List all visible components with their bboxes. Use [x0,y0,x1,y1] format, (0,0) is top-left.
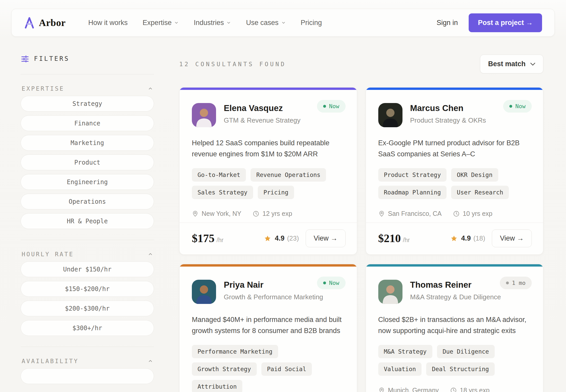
rating: 4.9(23) [264,234,299,242]
map-pin-icon [378,210,385,217]
page: Arbor How it worksExpertiseIndustriesUse… [0,0,566,392]
tag-growth-strategy: Growth Strategy [192,362,257,376]
availability-label: 1 mo [512,280,526,286]
rating-value: 4.9 [461,234,471,242]
filter-section-expertise: EXPERTISEStrategyFinanceMarketingProduct… [21,74,154,240]
view-profile-button[interactable]: View → [492,229,532,247]
sort-label: Best match [488,60,526,68]
consultant-specialty: M&A Strategy & Due Diligence [410,293,501,302]
location: San Francisco, CA [378,210,442,217]
card-identity: Elena VasquezGTM & Revenue Strategy [224,103,301,125]
tag-performance-marketing: Performance Marketing [192,345,278,358]
consultant-description: Managed $40M+ in performance media and b… [192,314,345,336]
tag-list: Performance MarketingGrowth StrategyPaid… [192,345,345,392]
avatar [192,280,216,304]
tag-valuation: Valuation [378,362,422,376]
results-header: 12 CONSULTANTS FOUND Best match [179,55,543,73]
avatar [378,103,402,127]
consultant-description: Helped 12 SaaS companies build repeatabl… [192,138,345,159]
location-text: Munich, Germany [388,387,439,392]
filter-section-header[interactable]: EXPERTISE [21,85,154,92]
experience: 18 yrs exp [450,387,490,392]
experience: 10 yrs exp [453,210,492,217]
filter-option-operations[interactable]: Operations [21,194,154,209]
price-group: $210/hr [378,232,410,245]
availability-badge: 1 mo [500,277,532,289]
filter-section-label: AVAILABILITY [22,358,79,364]
content: FILTERS EXPERTISEStrategyFinanceMarketin… [0,0,566,392]
consultant-description: Ex-Google PM turned product advisor for … [378,138,531,159]
filter-section-label: HOURLY RATE [22,251,74,258]
consultant-specialty: Growth & Performance Marketing [224,293,323,302]
status-dot-icon [506,282,509,284]
meta-row: New York, NY12 yrs exp [192,210,345,217]
consultant-specialty: Product Strategy & OKRs [410,116,486,125]
consultant-card: NowMarcus ChenProduct Strategy & OKRsEx-… [366,87,544,255]
experience-text: 10 yrs exp [463,210,492,217]
filter-option--200-300-hr[interactable]: $200-$300/hr [21,301,154,316]
clock-icon [453,210,460,217]
experience-text: 12 yrs exp [262,210,292,217]
chevron-up-icon [148,252,153,257]
tag-okr-design: OKR Design [451,168,498,182]
availability-label: Now [329,103,339,109]
card-accent-bar [366,264,543,267]
consultant-specialty: GTM & Revenue Strategy [224,116,301,125]
consultant-name: Thomas Reiner [410,280,501,290]
consultant-name: Marcus Chen [410,103,486,113]
filter-section-header[interactable]: AVAILABILITY [21,358,154,364]
results-count: 12 CONSULTANTS FOUND [179,61,286,67]
avatar [378,280,402,304]
rating-value: 4.9 [275,234,285,242]
clock-icon [450,387,457,392]
filters-header: FILTERS [21,55,154,74]
card-footer: $175/hr4.9(23)View → [179,223,357,254]
card-footer: $210/hr4.9(18)View → [366,223,543,254]
consultant-name: Elena Vasquez [224,103,301,113]
availability-badge: Now [317,100,346,113]
chevron-up-icon [148,359,153,364]
filter-option-under-150-hr[interactable]: Under $150/hr [21,261,154,277]
filter-option-product[interactable]: Product [21,155,154,170]
star-icon [450,235,458,242]
filter-option-marketing[interactable]: Marketing [21,135,154,151]
status-dot-icon [323,282,326,284]
view-profile-button[interactable]: View → [306,229,346,247]
card-identity: Thomas ReinerM&A Strategy & Due Diligenc… [410,280,501,302]
meta-row: San Francisco, CA10 yrs exp [378,210,531,217]
tag-due-diligence: Due Diligence [437,345,495,358]
card-accent-bar [179,88,357,90]
chevron-up-icon [148,86,153,91]
meta-row: Munich, Germany18 yrs exp [378,387,531,392]
consultant-grid: NowElena VasquezGTM & Revenue StrategyHe… [179,87,543,392]
filter-sections: EXPERTISEStrategyFinanceMarketingProduct… [21,74,154,392]
sort-dropdown[interactable]: Best match [480,55,543,73]
filter-option-engineering[interactable]: Engineering [21,174,154,190]
filter-option--150-200-hr[interactable]: $150-$200/hr [21,281,154,297]
review-count: (23) [287,234,299,242]
tag-list: Go-to-MarketRevenue OperationsSales Stra… [192,168,345,199]
chevron-down-icon [530,63,535,66]
rate-unit: /hr [217,237,224,243]
filter-option-finance[interactable]: Finance [21,115,154,131]
card-identity: Priya NairGrowth & Performance Marketing [224,280,323,302]
filters-title: FILTERS [34,55,70,62]
clock-icon [253,210,259,217]
rating: 4.9(18) [450,234,485,242]
tag-deal-structuring: Deal Structuring [426,362,495,376]
filter-option--300-hr[interactable]: $300+/hr [21,320,154,336]
tag-list: Product StrategyOKR DesignRoadmap Planni… [378,168,531,199]
experience-text: 18 yrs exp [460,387,490,392]
status-dot-icon [323,105,326,108]
hourly-rate: $175 [192,232,215,245]
filters-sidebar: FILTERS EXPERTISEStrategyFinanceMarketin… [21,55,154,392]
tag-product-strategy: Product Strategy [378,168,447,182]
tag-list: M&A StrategyDue DiligenceValuationDeal S… [378,345,531,376]
filter-section-header[interactable]: HOURLY RATE [21,251,154,258]
filter-option-hr-people[interactable]: HR & People [21,213,154,229]
hourly-rate: $210 [378,232,401,245]
filters-icon [21,55,29,62]
card-accent-bar [366,88,543,90]
filter-option[interactable] [21,368,154,384]
filter-option-strategy[interactable]: Strategy [21,96,154,112]
